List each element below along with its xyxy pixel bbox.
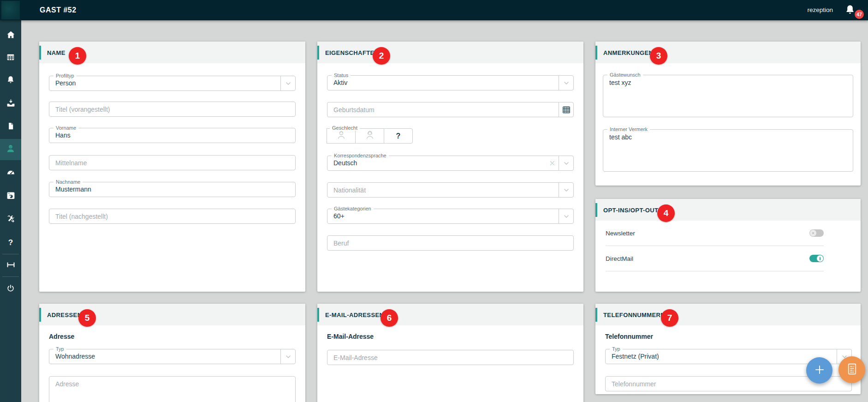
nachname-field[interactable]: Nachname Mustermann	[49, 182, 296, 197]
calendar-grid-icon	[6, 53, 15, 64]
sidebar-item-reports[interactable]	[0, 186, 21, 207]
step-badge: 4	[657, 204, 675, 222]
card-optins: OPT-INS/OPT-OUTS 4 Newsletter DirectMail	[595, 199, 861, 292]
titel-vorangestellt-field	[49, 102, 296, 117]
adresse-field	[49, 376, 296, 402]
add-button[interactable]	[806, 357, 832, 384]
beruf-input[interactable]	[327, 236, 573, 250]
gaestekategorien-select[interactable]: Gästekategorien 60+	[327, 209, 574, 224]
card-anmerkungen: ANMERKUNGEN 3 Gästewunsch test xyz Inter…	[595, 42, 861, 186]
card-eigenschaften-header: EIGENSCHAFTEN 2	[317, 42, 583, 63]
sidebar-item-logout[interactable]	[0, 279, 21, 300]
korrespondenzsprache-select[interactable]: Korrespondenzsprache Deutsch	[327, 156, 574, 171]
geschlecht-segmented-control: Geschlecht ?	[327, 128, 413, 144]
step-badge: 3	[650, 47, 667, 65]
card-email-header: E-MAIL-ADRESSEN 6	[317, 304, 583, 325]
card-title: OPT-INS/OPT-OUTS	[603, 199, 662, 222]
card-title: EIGENSCHAFTEN	[325, 42, 379, 65]
person-icon	[6, 144, 16, 156]
accent-bar	[317, 308, 319, 322]
chevron-down-icon[interactable]	[559, 209, 573, 223]
inbox-icon	[6, 98, 16, 110]
nationalitaet-input[interactable]	[327, 183, 573, 197]
chevron-down-icon[interactable]	[280, 76, 295, 90]
document-list-icon	[846, 363, 858, 377]
accent-bar	[595, 203, 597, 217]
email-input[interactable]	[327, 350, 573, 365]
interner-vermerk-textarea[interactable]: test abc	[603, 130, 853, 171]
step-badge: 6	[380, 309, 398, 327]
opt-in-list: Newsletter DirectMail	[606, 221, 824, 271]
sidebar-item-tools[interactable]	[0, 209, 21, 230]
gauge-icon	[6, 167, 16, 179]
titel-vorangestellt-input[interactable]	[49, 102, 295, 116]
geburtsdatum-field	[327, 102, 574, 117]
chevron-down-icon[interactable]	[559, 76, 573, 90]
accent-bar	[39, 308, 41, 322]
chevron-down-icon[interactable]	[559, 183, 573, 197]
card-adressen-header: ADRESSEN 5	[39, 304, 305, 325]
chevron-down-icon[interactable]	[559, 156, 573, 170]
power-icon	[6, 284, 15, 295]
bell-icon	[6, 75, 15, 86]
sidebar: ?	[0, 20, 21, 402]
opt-label: Newsletter	[606, 230, 635, 237]
card-anmerkungen-header: ANMERKUNGEN 3	[595, 42, 861, 63]
female-icon	[364, 130, 375, 142]
sidebar-item-help[interactable]: ?	[0, 232, 21, 253]
clear-icon[interactable]	[549, 160, 556, 168]
status-select[interactable]: Status Aktiv	[327, 75, 574, 90]
mittelname-input[interactable]	[49, 156, 295, 170]
sidebar-item-inbox[interactable]	[0, 93, 21, 114]
newsletter-toggle[interactable]	[809, 229, 824, 237]
window-pie-icon	[6, 191, 16, 202]
accent-bar	[595, 308, 597, 322]
chevron-down-icon[interactable]	[280, 349, 295, 364]
field-label: Gästewunsch	[607, 72, 643, 78]
email-field	[327, 350, 574, 365]
vorname-field[interactable]: Vorname Hans	[49, 128, 296, 143]
sidebar-item-notifications[interactable]	[0, 70, 21, 91]
adresse-subheading: Adresse	[49, 333, 74, 340]
document-icon	[6, 121, 15, 132]
sidebar-item-calendar[interactable]	[0, 48, 21, 69]
adresse-textarea[interactable]	[49, 377, 295, 402]
card-title: NAME	[47, 42, 65, 65]
directmail-toggle[interactable]	[809, 255, 824, 262]
profiltyp-select[interactable]: Profiltyp Person	[49, 76, 296, 91]
field-label: Geschlecht	[330, 125, 360, 131]
card-name-header: NAME 1	[39, 42, 305, 63]
field-label: Profiltyp	[54, 73, 77, 78]
card-title: ADRESSEN	[47, 304, 82, 327]
sidebar-item-dashboard[interactable]	[0, 162, 21, 183]
card-name: NAME 1 Profiltyp Person Vorname Hans Nac…	[39, 42, 305, 292]
sidebar-item-home[interactable]	[0, 25, 21, 46]
card-title: ANMERKUNGEN	[603, 42, 653, 65]
nationalitaet-select[interactable]	[327, 182, 574, 198]
calendar-icon[interactable]	[559, 102, 573, 117]
gaestewunsch-textarea[interactable]: test xyz	[603, 75, 853, 117]
tools-icon	[6, 214, 16, 226]
field-label: Status	[332, 72, 351, 78]
sidebar-item-guest-profile[interactable]	[0, 139, 21, 160]
notification-count-badge[interactable]: 47	[855, 10, 864, 19]
geburtsdatum-input[interactable]	[327, 102, 573, 117]
titel-nachgestellt-input[interactable]	[49, 209, 295, 223]
app-logo[interactable]	[1, 1, 20, 19]
protocol-button[interactable]	[838, 356, 865, 383]
notifications-bell-icon[interactable]	[844, 4, 856, 15]
sidebar-item-documents[interactable]	[0, 116, 21, 138]
opt-row-newsletter: Newsletter	[606, 221, 824, 246]
field-label: Interner Vermerk	[607, 126, 650, 132]
field-label: Typ	[610, 346, 623, 352]
page-title: GAST #52	[40, 0, 77, 20]
home-icon	[6, 30, 16, 42]
step-badge: 7	[661, 309, 678, 327]
gender-unknown-button[interactable]: ?	[384, 128, 413, 144]
logged-in-user[interactable]: rezeption	[807, 0, 833, 20]
sidebar-divider	[2, 254, 19, 254]
card-optins-header: OPT-INS/OPT-OUTS 4	[595, 199, 861, 221]
mittelname-field	[49, 155, 296, 170]
adresse-typ-select[interactable]: Typ Wohnadresse	[49, 349, 296, 364]
sidebar-item-rooms[interactable]	[0, 255, 21, 276]
